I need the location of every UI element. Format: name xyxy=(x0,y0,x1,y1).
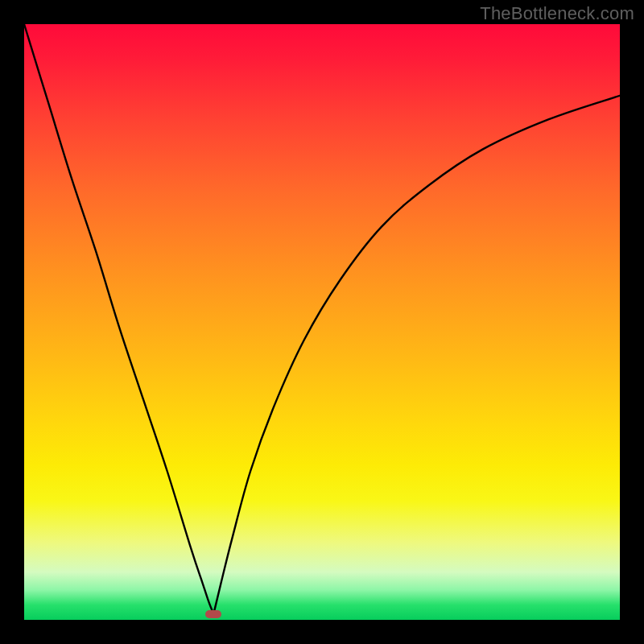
min-marker xyxy=(205,610,221,618)
watermark-text: TheBottleneck.com xyxy=(480,3,634,24)
curve-layer xyxy=(24,24,620,620)
plot-area xyxy=(24,24,620,620)
bottleneck-curve xyxy=(24,24,620,617)
